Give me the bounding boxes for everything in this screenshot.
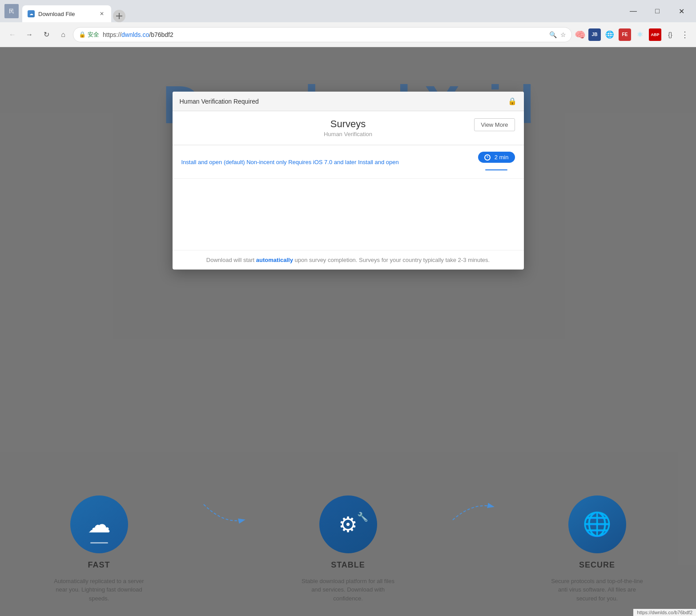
survey-duration: 2 min [495, 154, 509, 161]
back-button[interactable]: ← [5, 28, 20, 42]
extension-jb-icon[interactable]: JB [588, 28, 601, 41]
surveys-header: Surveys Human Verification View More [173, 111, 524, 145]
extension-brain-icon[interactable]: 🧠 [575, 29, 586, 40]
feature-secure-circle: 🌐 [568, 495, 626, 553]
surveys-subtitle: Human Verification [217, 131, 479, 137]
view-more-button[interactable]: View More [474, 118, 515, 131]
footer-before-text: Download will start [206, 257, 256, 263]
secure-label: 安全 [88, 31, 99, 39]
badge-underline [485, 164, 507, 172]
arrow-1 [201, 460, 246, 568]
secure-indicator: 🔒 安全 [79, 31, 99, 39]
browser-window: 民 ☁ Download File ✕ — □ ✕ ← → ↻ ⌂ 🔒 安全 [0, 0, 696, 616]
active-tab[interactable]: ☁ Download File ✕ [22, 5, 111, 22]
tab-close-button[interactable]: ✕ [98, 10, 106, 18]
feature-stable: ⚙ 🔧 STABLE Stable download platform for … [299, 495, 397, 603]
page-content: Download Xvid Human Verification Require… [0, 47, 696, 616]
window-controls: — □ ✕ [623, 4, 692, 18]
address-bar[interactable]: 🔒 安全 https://dwnlds.co/b76bdf2 🔍 ☆ [73, 27, 572, 42]
extension-code-icon[interactable]: {} [664, 28, 676, 41]
title-bar: 民 ☁ Download File ✕ — □ ✕ [0, 0, 696, 22]
close-button[interactable]: ✕ [671, 4, 692, 18]
human-verification-modal: Human Verification Required 🔒 Surveys Hu… [173, 92, 524, 270]
survey-item: Install and open (default) Non-incent on… [173, 145, 524, 179]
modal-header: Human Verification Required 🔒 [173, 92, 524, 111]
feature-fast-title: FAST [88, 560, 110, 570]
surveys-title: Surveys [217, 118, 479, 130]
forward-button[interactable]: → [22, 28, 36, 42]
svg-rect-1 [119, 13, 120, 19]
maximize-button[interactable]: □ [647, 4, 668, 18]
extension-react-icon[interactable]: ⚛ [634, 28, 646, 41]
feature-stable-icon: ⚙ [338, 512, 358, 537]
modal-lock-icon: 🔒 [508, 97, 517, 105]
footer-after-text: upon survey completion. Surveys for your… [293, 257, 490, 263]
modal-content-area [173, 179, 524, 250]
feature-fast-desc: Automatically replicated to a server nea… [50, 577, 148, 603]
feature-stable-desc: Stable download platform for all files a… [299, 577, 397, 603]
modal-header-title: Human Verification Required [180, 98, 259, 105]
feature-fast-icon: ☁ [88, 511, 111, 538]
feature-secure-icon: 🌐 [583, 511, 612, 538]
navigation-bar: ← → ↻ ⌂ 🔒 安全 https://dwnlds.co/b76bdf2 🔍… [0, 22, 696, 47]
extensions-area: 🧠 JB 🌐 FE ⚛ ABP {} ⋮ [575, 28, 691, 41]
extension-fe-icon[interactable]: FE [619, 28, 631, 41]
minimize-button[interactable]: — [623, 4, 644, 18]
status-bar: https://dwnlds.co/b76bdf2 [633, 609, 696, 616]
tab-title: Download File [38, 11, 75, 17]
url-domain: dwnlds.co [121, 31, 149, 38]
arrow-2 [451, 460, 495, 568]
lang-button[interactable]: 民 [4, 4, 19, 18]
modal-body: Surveys Human Verification View More Ins… [173, 111, 524, 250]
feature-fast: ☁ FAST Automatically replicated to a ser… [50, 495, 148, 603]
bookmark-icon[interactable]: ☆ [560, 31, 566, 38]
home-button[interactable]: ⌂ [56, 28, 70, 42]
survey-badge-container: 2 min [478, 152, 515, 172]
feature-fast-circle: ☁ [70, 495, 128, 553]
url-path: /b76bdf2 [149, 31, 173, 38]
browser-menu-button[interactable]: ⋮ [679, 28, 691, 41]
footer-auto-text: automatically [256, 257, 293, 263]
modal-footer: Download will start automatically upon s… [173, 250, 524, 270]
feature-stable-circle: ⚙ 🔧 [319, 495, 377, 553]
surveys-title-group: Surveys Human Verification [217, 118, 479, 137]
feature-secure: 🌐 SECURE Secure protocols and top-of-the… [548, 495, 646, 603]
survey-badge[interactable]: 2 min [478, 152, 515, 163]
extension-abp-icon[interactable]: ABP [649, 28, 661, 41]
feature-secure-desc: Secure protocols and top-of-the-line ant… [548, 577, 646, 603]
new-tab-button[interactable] [113, 10, 125, 22]
features-section: ☁ FAST Automatically replicated to a ser… [0, 478, 696, 616]
feature-secure-title: SECURE [579, 560, 615, 570]
tab-favicon: ☁ [28, 10, 35, 17]
refresh-button[interactable]: ↻ [39, 28, 53, 42]
feature-stable-title: STABLE [331, 560, 365, 570]
tab-area: ☁ Download File ✕ [22, 0, 620, 22]
survey-link[interactable]: Install and open (default) Non-incent on… [181, 159, 471, 165]
extension-globe-icon[interactable]: 🌐 [603, 28, 616, 41]
url-display: https://dwnlds.co/b76bdf2 [103, 31, 546, 38]
search-icon: 🔍 [549, 31, 557, 38]
clock-icon [484, 154, 491, 161]
url-protocol: https:// [103, 31, 121, 38]
